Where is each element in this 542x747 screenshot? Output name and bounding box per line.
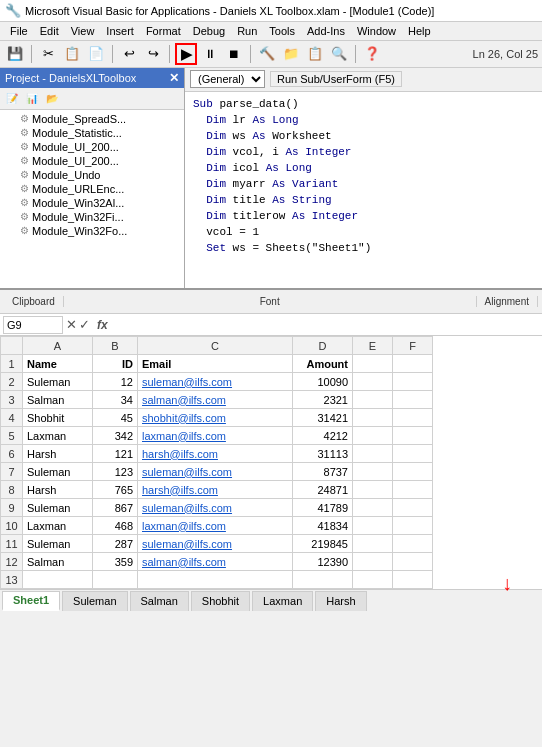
- cell-1-b[interactable]: ID: [93, 355, 138, 373]
- email-link[interactable]: harsh@ilfs.com: [142, 484, 218, 496]
- cell-13-d[interactable]: [293, 571, 353, 589]
- cell-13-a[interactable]: [23, 571, 93, 589]
- menu-edit[interactable]: Edit: [34, 23, 65, 39]
- cell-7-b[interactable]: 123: [93, 463, 138, 481]
- row-header-10[interactable]: 10: [1, 517, 23, 535]
- cell-9-b[interactable]: 867: [93, 499, 138, 517]
- cell-8-d[interactable]: 24871: [293, 481, 353, 499]
- sheet-tab-salman[interactable]: Salman: [130, 591, 189, 611]
- sheet-tab-laxman[interactable]: Laxman: [252, 591, 313, 611]
- cell-11-f[interactable]: [393, 535, 433, 553]
- tree-item-1[interactable]: ⚙ Module_Statistic...: [0, 126, 184, 140]
- cell-3-c[interactable]: salman@ilfs.com: [138, 391, 293, 409]
- tree-item-7[interactable]: ⚙ Module_Win32Fi...: [0, 210, 184, 224]
- col-header-f[interactable]: F: [393, 337, 433, 355]
- copy-button[interactable]: 📋: [61, 43, 83, 65]
- row-header-7[interactable]: 7: [1, 463, 23, 481]
- cell-9-c[interactable]: suleman@ilfs.com: [138, 499, 293, 517]
- stop-button[interactable]: ⏹: [223, 43, 245, 65]
- email-link[interactable]: salman@ilfs.com: [142, 556, 226, 568]
- redo-button[interactable]: ↪: [142, 43, 164, 65]
- cell-10-f[interactable]: [393, 517, 433, 535]
- cell-10-a[interactable]: Laxman: [23, 517, 93, 535]
- paste-button[interactable]: 📄: [85, 43, 107, 65]
- cell-4-a[interactable]: Shobhit: [23, 409, 93, 427]
- cell-11-d[interactable]: 219845: [293, 535, 353, 553]
- cell-6-f[interactable]: [393, 445, 433, 463]
- cell-5-b[interactable]: 342: [93, 427, 138, 445]
- confirm-formula-icon[interactable]: ✓: [79, 317, 90, 332]
- view-code-button[interactable]: 📝: [3, 90, 21, 108]
- row-header-11[interactable]: 11: [1, 535, 23, 553]
- cell-12-f[interactable]: [393, 553, 433, 571]
- tree-item-4[interactable]: ⚙ Module_Undo: [0, 168, 184, 182]
- view-object-button[interactable]: 📊: [23, 90, 41, 108]
- cell-10-d[interactable]: 41834: [293, 517, 353, 535]
- object-combo[interactable]: (General): [190, 70, 265, 88]
- cell-1-e[interactable]: [353, 355, 393, 373]
- code-editor[interactable]: Sub parse_data() Dim lr As Long Dim ws A…: [185, 92, 542, 288]
- properties-button[interactable]: 📋: [304, 43, 326, 65]
- cell-7-a[interactable]: Suleman: [23, 463, 93, 481]
- cell-4-c[interactable]: shobhit@ilfs.com: [138, 409, 293, 427]
- tree-item-5[interactable]: ⚙ Module_URLEnc...: [0, 182, 184, 196]
- cell-8-e[interactable]: [353, 481, 393, 499]
- cell-5-c[interactable]: laxman@ilfs.com: [138, 427, 293, 445]
- tree-item-3[interactable]: ⚙ Module_UI_200...: [0, 154, 184, 168]
- cell-6-b[interactable]: 121: [93, 445, 138, 463]
- project-close-button[interactable]: ✕: [169, 71, 179, 85]
- menu-debug[interactable]: Debug: [187, 23, 231, 39]
- cell-1-f[interactable]: [393, 355, 433, 373]
- cell-5-f[interactable]: [393, 427, 433, 445]
- cell-2-f[interactable]: [393, 373, 433, 391]
- cell-11-b[interactable]: 287: [93, 535, 138, 553]
- col-header-e[interactable]: E: [353, 337, 393, 355]
- cell-10-c[interactable]: laxman@ilfs.com: [138, 517, 293, 535]
- cell-12-e[interactable]: [353, 553, 393, 571]
- row-header-9[interactable]: 9: [1, 499, 23, 517]
- cell-5-e[interactable]: [353, 427, 393, 445]
- email-link[interactable]: shobhit@ilfs.com: [142, 412, 226, 424]
- cell-4-d[interactable]: 31421: [293, 409, 353, 427]
- row-header-4[interactable]: 4: [1, 409, 23, 427]
- email-link[interactable]: salman@ilfs.com: [142, 394, 226, 406]
- tree-item-0[interactable]: ⚙ Module_SpreadS...: [0, 112, 184, 126]
- cell-6-d[interactable]: 31113: [293, 445, 353, 463]
- cell-6-e[interactable]: [353, 445, 393, 463]
- tree-item-2[interactable]: ⚙ Module_UI_200...: [0, 140, 184, 154]
- menu-help[interactable]: Help: [402, 23, 437, 39]
- row-header-5[interactable]: 5: [1, 427, 23, 445]
- cell-2-a[interactable]: Suleman: [23, 373, 93, 391]
- cell-6-a[interactable]: Harsh: [23, 445, 93, 463]
- email-link[interactable]: harsh@ilfs.com: [142, 448, 218, 460]
- cell-12-a[interactable]: Salman: [23, 553, 93, 571]
- menu-window[interactable]: Window: [351, 23, 402, 39]
- email-link[interactable]: suleman@ilfs.com: [142, 376, 232, 388]
- cell-3-a[interactable]: Salman: [23, 391, 93, 409]
- cell-11-e[interactable]: [353, 535, 393, 553]
- cell-10-e[interactable]: [353, 517, 393, 535]
- cell-4-f[interactable]: [393, 409, 433, 427]
- cell-4-b[interactable]: 45: [93, 409, 138, 427]
- cell-8-c[interactable]: harsh@ilfs.com: [138, 481, 293, 499]
- save-button[interactable]: 💾: [4, 43, 26, 65]
- menu-addins[interactable]: Add-Ins: [301, 23, 351, 39]
- cell-11-a[interactable]: Suleman: [23, 535, 93, 553]
- cell-3-d[interactable]: 2321: [293, 391, 353, 409]
- project-explorer-button[interactable]: 📁: [280, 43, 302, 65]
- cell-3-f[interactable]: [393, 391, 433, 409]
- object-browser-button[interactable]: 🔍: [328, 43, 350, 65]
- cell-8-b[interactable]: 765: [93, 481, 138, 499]
- cell-9-e[interactable]: [353, 499, 393, 517]
- email-link[interactable]: suleman@ilfs.com: [142, 466, 232, 478]
- cell-10-b[interactable]: 468: [93, 517, 138, 535]
- cell-7-e[interactable]: [353, 463, 393, 481]
- sheet-tab-shobhit[interactable]: Shobhit: [191, 591, 250, 611]
- menu-tools[interactable]: Tools: [263, 23, 301, 39]
- row-header-8[interactable]: 8: [1, 481, 23, 499]
- cell-1-c[interactable]: Email: [138, 355, 293, 373]
- design-mode-button[interactable]: 🔨: [256, 43, 278, 65]
- run-button[interactable]: ▶: [175, 43, 197, 65]
- cell-12-b[interactable]: 359: [93, 553, 138, 571]
- cell-7-f[interactable]: [393, 463, 433, 481]
